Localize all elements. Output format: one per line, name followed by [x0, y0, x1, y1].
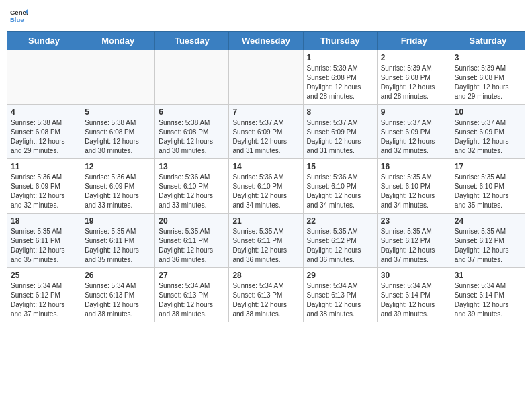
- day-number: 27: [159, 271, 225, 280]
- day-info: Sunrise: 5:35 AM Sunset: 6:12 PM Dayligh…: [307, 227, 373, 265]
- day-cell: 19Sunrise: 5:35 AM Sunset: 6:11 PM Dayli…: [81, 214, 155, 268]
- day-cell: 2Sunrise: 5:39 AM Sunset: 6:08 PM Daylig…: [377, 50, 451, 105]
- day-info: Sunrise: 5:34 AM Sunset: 6:13 PM Dayligh…: [232, 281, 299, 319]
- weekday-header-row: SundayMondayTuesdayWednesdayThursdayFrid…: [7, 32, 525, 50]
- day-info: Sunrise: 5:34 AM Sunset: 6:12 PM Dayligh…: [11, 281, 77, 319]
- day-info: Sunrise: 5:35 AM Sunset: 6:11 PM Dayligh…: [159, 227, 225, 265]
- day-info: Sunrise: 5:34 AM Sunset: 6:14 PM Dayligh…: [455, 281, 521, 319]
- week-row-1: 4Sunrise: 5:38 AM Sunset: 6:08 PM Daylig…: [7, 105, 525, 159]
- day-cell: 17Sunrise: 5:35 AM Sunset: 6:10 PM Dayli…: [451, 159, 525, 214]
- day-cell: 26Sunrise: 5:34 AM Sunset: 6:13 PM Dayli…: [81, 268, 155, 322]
- day-cell: 29Sunrise: 5:34 AM Sunset: 6:13 PM Dayli…: [303, 268, 377, 322]
- day-number: 5: [85, 107, 151, 117]
- day-cell: 30Sunrise: 5:34 AM Sunset: 6:14 PM Dayli…: [377, 268, 451, 322]
- day-info: Sunrise: 5:38 AM Sunset: 6:08 PM Dayligh…: [85, 118, 151, 156]
- day-number: 17: [455, 162, 521, 171]
- day-info: Sunrise: 5:37 AM Sunset: 6:09 PM Dayligh…: [307, 118, 373, 156]
- day-info: Sunrise: 5:39 AM Sunset: 6:08 PM Dayligh…: [307, 64, 373, 101]
- day-cell: 1Sunrise: 5:39 AM Sunset: 6:08 PM Daylig…: [303, 50, 377, 105]
- day-info: Sunrise: 5:34 AM Sunset: 6:13 PM Dayligh…: [159, 281, 225, 319]
- day-number: 30: [381, 271, 447, 280]
- day-cell: 24Sunrise: 5:35 AM Sunset: 6:12 PM Dayli…: [451, 214, 525, 268]
- day-number: 9: [381, 107, 447, 117]
- day-info: Sunrise: 5:35 AM Sunset: 6:12 PM Dayligh…: [455, 227, 521, 265]
- weekday-header-tuesday: Tuesday: [155, 32, 229, 50]
- day-number: 10: [455, 107, 521, 117]
- weekday-header-saturday: Saturday: [451, 32, 525, 50]
- day-number: 25: [11, 271, 77, 280]
- day-cell: 20Sunrise: 5:35 AM Sunset: 6:11 PM Dayli…: [155, 214, 229, 268]
- day-cell: 9Sunrise: 5:37 AM Sunset: 6:09 PM Daylig…: [377, 105, 451, 159]
- day-cell: 31Sunrise: 5:34 AM Sunset: 6:14 PM Dayli…: [451, 268, 525, 322]
- weekday-header-sunday: Sunday: [7, 32, 81, 50]
- day-cell: 21Sunrise: 5:35 AM Sunset: 6:11 PM Dayli…: [229, 214, 303, 268]
- day-info: Sunrise: 5:36 AM Sunset: 6:09 PM Dayligh…: [11, 173, 77, 210]
- day-cell: 16Sunrise: 5:35 AM Sunset: 6:10 PM Dayli…: [377, 159, 451, 214]
- day-cell: 25Sunrise: 5:34 AM Sunset: 6:12 PM Dayli…: [7, 268, 81, 322]
- day-number: 31: [455, 271, 521, 280]
- day-cell: [155, 50, 229, 105]
- logo: General Blue: [9, 7, 31, 26]
- day-info: Sunrise: 5:34 AM Sunset: 6:13 PM Dayligh…: [85, 281, 151, 319]
- day-cell: 13Sunrise: 5:36 AM Sunset: 6:10 PM Dayli…: [155, 159, 229, 214]
- day-info: Sunrise: 5:37 AM Sunset: 6:09 PM Dayligh…: [455, 118, 521, 156]
- day-info: Sunrise: 5:38 AM Sunset: 6:08 PM Dayligh…: [11, 118, 77, 156]
- day-info: Sunrise: 5:35 AM Sunset: 6:11 PM Dayligh…: [11, 227, 77, 265]
- day-number: 21: [232, 216, 299, 226]
- svg-text:General: General: [10, 9, 28, 16]
- day-number: 3: [455, 53, 521, 62]
- day-info: Sunrise: 5:35 AM Sunset: 6:12 PM Dayligh…: [381, 227, 447, 265]
- day-number: 6: [159, 107, 225, 117]
- day-number: 4: [11, 107, 77, 117]
- day-number: 16: [381, 162, 447, 171]
- day-number: 24: [455, 216, 521, 226]
- day-number: 1: [307, 53, 373, 62]
- calendar: SundayMondayTuesdayWednesdayThursdayFrid…: [7, 31, 525, 322]
- day-cell: 22Sunrise: 5:35 AM Sunset: 6:12 PM Dayli…: [303, 214, 377, 268]
- day-number: 14: [232, 162, 299, 171]
- day-number: 2: [381, 53, 447, 62]
- day-cell: 3Sunrise: 5:39 AM Sunset: 6:08 PM Daylig…: [451, 50, 525, 105]
- logo-icon: General Blue: [9, 7, 28, 26]
- weekday-header-friday: Friday: [377, 32, 451, 50]
- day-number: 11: [11, 162, 77, 171]
- day-number: 23: [381, 216, 447, 226]
- day-info: Sunrise: 5:36 AM Sunset: 6:10 PM Dayligh…: [232, 173, 299, 210]
- day-cell: 27Sunrise: 5:34 AM Sunset: 6:13 PM Dayli…: [155, 268, 229, 322]
- day-number: 12: [85, 162, 151, 171]
- day-cell: 10Sunrise: 5:37 AM Sunset: 6:09 PM Dayli…: [451, 105, 525, 159]
- day-cell: 14Sunrise: 5:36 AM Sunset: 6:10 PM Dayli…: [229, 159, 303, 214]
- day-cell: 28Sunrise: 5:34 AM Sunset: 6:13 PM Dayli…: [229, 268, 303, 322]
- day-cell: 4Sunrise: 5:38 AM Sunset: 6:08 PM Daylig…: [7, 105, 81, 159]
- weekday-header-wednesday: Wednesday: [229, 32, 303, 50]
- day-cell: 15Sunrise: 5:36 AM Sunset: 6:10 PM Dayli…: [303, 159, 377, 214]
- day-cell: 7Sunrise: 5:37 AM Sunset: 6:09 PM Daylig…: [229, 105, 303, 159]
- day-info: Sunrise: 5:37 AM Sunset: 6:09 PM Dayligh…: [381, 118, 447, 156]
- day-number: 19: [85, 216, 151, 226]
- day-cell: 18Sunrise: 5:35 AM Sunset: 6:11 PM Dayli…: [7, 214, 81, 268]
- week-row-2: 11Sunrise: 5:36 AM Sunset: 6:09 PM Dayli…: [7, 159, 525, 214]
- day-cell: 8Sunrise: 5:37 AM Sunset: 6:09 PM Daylig…: [303, 105, 377, 159]
- day-cell: [229, 50, 303, 105]
- day-info: Sunrise: 5:34 AM Sunset: 6:14 PM Dayligh…: [381, 281, 447, 319]
- day-info: Sunrise: 5:36 AM Sunset: 6:09 PM Dayligh…: [85, 173, 151, 210]
- day-cell: 12Sunrise: 5:36 AM Sunset: 6:09 PM Dayli…: [81, 159, 155, 214]
- day-info: Sunrise: 5:39 AM Sunset: 6:08 PM Dayligh…: [455, 64, 521, 101]
- day-number: 7: [232, 107, 299, 117]
- day-info: Sunrise: 5:35 AM Sunset: 6:10 PM Dayligh…: [455, 173, 521, 210]
- week-row-3: 18Sunrise: 5:35 AM Sunset: 6:11 PM Dayli…: [7, 214, 525, 268]
- day-info: Sunrise: 5:35 AM Sunset: 6:11 PM Dayligh…: [232, 227, 299, 265]
- day-number: 13: [159, 162, 225, 171]
- day-info: Sunrise: 5:39 AM Sunset: 6:08 PM Dayligh…: [381, 64, 447, 101]
- day-info: Sunrise: 5:38 AM Sunset: 6:08 PM Dayligh…: [159, 118, 225, 156]
- day-cell: [7, 50, 81, 105]
- header: General Blue: [7, 7, 525, 26]
- day-info: Sunrise: 5:37 AM Sunset: 6:09 PM Dayligh…: [232, 118, 299, 156]
- day-number: 20: [159, 216, 225, 226]
- day-cell: 6Sunrise: 5:38 AM Sunset: 6:08 PM Daylig…: [155, 105, 229, 159]
- day-cell: 11Sunrise: 5:36 AM Sunset: 6:09 PM Dayli…: [7, 159, 81, 214]
- svg-text:Blue: Blue: [10, 16, 24, 24]
- day-number: 15: [307, 162, 373, 171]
- day-cell: [81, 50, 155, 105]
- day-number: 29: [307, 271, 373, 280]
